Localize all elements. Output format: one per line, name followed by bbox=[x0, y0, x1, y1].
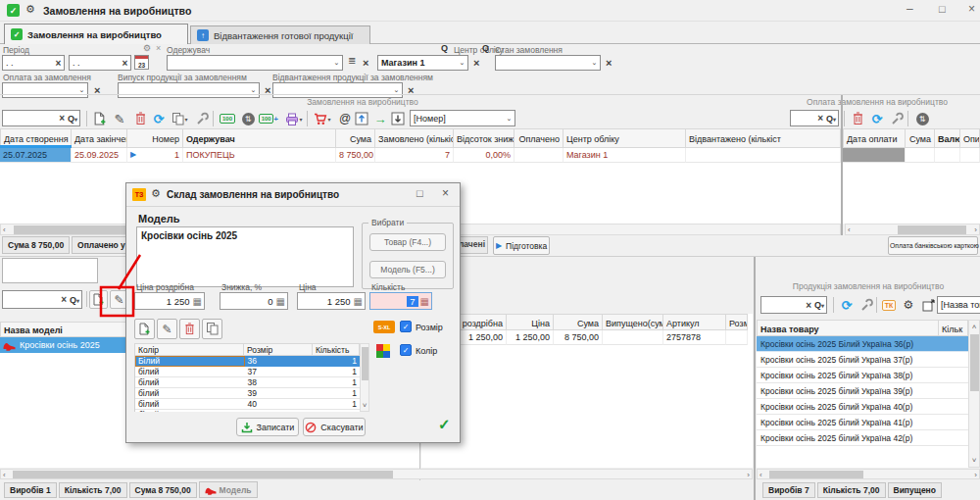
receiver-select[interactable]: ⌄ bbox=[167, 55, 343, 71]
number-filter-select[interactable]: [Номер]⌄ bbox=[410, 110, 515, 126]
table-row[interactable]: білий371 bbox=[135, 367, 360, 377]
calculator-icon[interactable]: ▦ bbox=[354, 296, 365, 307]
table-row[interactable]: білий391 bbox=[135, 388, 360, 399]
orders-print-button[interactable]: ▾ bbox=[282, 110, 306, 127]
orders-row[interactable]: 25.07.2025 25.09.2025 ▶ 1 ПОКУПЕЦЬ 8 750… bbox=[0, 148, 841, 163]
payment-settings-button[interactable] bbox=[888, 110, 906, 127]
calculator-icon[interactable]: ▦ bbox=[418, 296, 431, 307]
center-select[interactable]: Магазин 1⌄ bbox=[377, 55, 468, 71]
retail-price-input[interactable]: 1 250 ▦ bbox=[134, 292, 205, 310]
payment-filter-select[interactable]: ⌄ bbox=[2, 82, 88, 98]
list-item[interactable]: Кросівки осінь 2025 Білий Україна 36(р) bbox=[757, 336, 968, 352]
payment-search-clear-icon[interactable]: × bbox=[817, 113, 823, 124]
products-refresh-button[interactable]: ⟳ bbox=[838, 296, 856, 314]
receiver-list-icon[interactable]: ≣ bbox=[348, 55, 356, 66]
prepare-button[interactable]: ▶ Підготовка bbox=[493, 236, 550, 255]
calendar-button[interactable]: 23 bbox=[134, 55, 149, 70]
payment-search-box[interactable]: × Q▾ bbox=[790, 110, 839, 126]
products-search-box[interactable]: × Q▾ bbox=[760, 296, 827, 314]
card-payment-button[interactable]: Оплата банківською карткою bbox=[888, 236, 978, 255]
select-model-button[interactable]: Модель (F5...) bbox=[369, 261, 446, 278]
products-generate-button[interactable]: ⚙ bbox=[900, 296, 917, 314]
center-clear-icon[interactable]: × bbox=[473, 56, 479, 70]
model-textarea[interactable]: Кросівки осінь 2025 bbox=[136, 226, 354, 287]
maximize-button[interactable]: □ bbox=[939, 3, 946, 15]
orders-search-clear-icon[interactable]: × bbox=[59, 113, 65, 124]
orders-delete-button[interactable] bbox=[131, 110, 149, 127]
variants-vscrollbar[interactable]: ˅ bbox=[360, 343, 369, 412]
list-item[interactable]: Кросівки осінь 2025 білий Україна 38(р) bbox=[757, 368, 968, 383]
models-search-box[interactable]: × Q▾ bbox=[2, 290, 82, 309]
date-from-input[interactable]: . . × bbox=[2, 55, 65, 71]
orders-edit-button[interactable]: ✎ bbox=[111, 110, 128, 127]
orders-import-button[interactable] bbox=[389, 110, 407, 127]
variant-copy-button[interactable] bbox=[202, 319, 222, 339]
orders-search-box[interactable]: × Q▾ bbox=[2, 110, 80, 126]
calculator-icon[interactable]: ▦ bbox=[193, 296, 204, 307]
close-button[interactable]: × bbox=[968, 2, 975, 16]
products-settings-button[interactable] bbox=[858, 296, 875, 314]
color-checkbox[interactable]: ✓ bbox=[400, 344, 412, 356]
receiver-clear-icon[interactable]: × bbox=[363, 56, 368, 70]
table-row[interactable]: Білий361 bbox=[135, 356, 360, 367]
tab-orders[interactable]: ✓ Замовлення на виробництво bbox=[4, 24, 188, 44]
orders-copy-button[interactable]: ▾ bbox=[170, 110, 191, 127]
variant-delete-button[interactable] bbox=[179, 319, 200, 339]
qty-input[interactable]: 7 ▦ bbox=[369, 292, 432, 310]
orders-unpost-button[interactable]: ⇅ bbox=[239, 110, 257, 127]
payment-hscrollbar[interactable]: ‹ › bbox=[845, 224, 980, 235]
period-clear-icon[interactable]: × bbox=[156, 43, 161, 53]
models-search-clear-icon[interactable]: × bbox=[61, 294, 67, 305]
save-button[interactable]: Записати bbox=[236, 418, 299, 436]
payment-delete-button[interactable] bbox=[849, 110, 866, 127]
products-search-icon[interactable]: Q▾ bbox=[814, 300, 824, 310]
payment-search-icon[interactable]: Q▾ bbox=[826, 114, 836, 124]
size-checkbox[interactable]: ✓ bbox=[400, 321, 412, 332]
payment-unpost-button[interactable]: ⇅ bbox=[913, 110, 931, 127]
list-item[interactable]: Кросівки осінь 2025 білий Україна 37(р) bbox=[757, 352, 968, 368]
minimize-button[interactable]: – bbox=[906, 2, 913, 16]
payment-refresh-button[interactable]: ⟳ bbox=[868, 110, 886, 127]
dialog-gear-icon[interactable]: ⚙ bbox=[151, 187, 161, 200]
select-product-button[interactable]: Товар (F4...) bbox=[369, 233, 446, 251]
table-row[interactable]: білий401 bbox=[135, 399, 360, 410]
list-item[interactable]: Кросівки осінь 2025 білий Україна 42(р) bbox=[757, 430, 968, 446]
orders-search-icon[interactable]: Q▾ bbox=[68, 114, 77, 124]
calculator-icon[interactable]: ▦ bbox=[276, 296, 287, 307]
list-item[interactable]: Кросівки осінь 2025 білий Україна 41(р) bbox=[757, 415, 968, 430]
model-toggle-button[interactable]: Модель bbox=[199, 481, 258, 498]
models-search-icon[interactable]: Q▾ bbox=[70, 295, 79, 305]
products-hscrollbar[interactable]: ‹ › bbox=[757, 469, 980, 479]
price-input[interactable]: 1 250 ▦ bbox=[297, 292, 366, 310]
products-box-button[interactable] bbox=[919, 296, 937, 314]
window-gear-icon[interactable]: ⚙ bbox=[25, 3, 35, 16]
orders-refresh-button[interactable]: ⟳ bbox=[150, 110, 168, 127]
orders-export-button[interactable] bbox=[353, 110, 370, 127]
models-filter-box[interactable] bbox=[2, 258, 98, 283]
orders-email-button[interactable]: @ bbox=[336, 110, 354, 127]
items-row[interactable]: 1 250,00 1 250,00 8 750,00 2757878 bbox=[421, 330, 748, 345]
orders-settings-button[interactable] bbox=[193, 110, 211, 127]
orders-post-new-button[interactable]: 100 + bbox=[258, 110, 279, 127]
models-hscrollbar[interactable]: ‹ › bbox=[0, 469, 753, 479]
orders-cart-button[interactable]: ▾ bbox=[311, 110, 334, 127]
list-item[interactable]: Кросівки осінь 2025 білий Україна 39(р) bbox=[757, 383, 968, 399]
products-search-clear-icon[interactable]: × bbox=[806, 300, 811, 311]
tab-shipment[interactable]: ↑ Відвантаження готової продукції bbox=[190, 25, 370, 44]
dialog-close-button[interactable]: × bbox=[442, 186, 449, 200]
shipment-filter-select[interactable]: ⌄ bbox=[272, 82, 403, 98]
date-from-clear-icon[interactable]: × bbox=[53, 58, 64, 69]
center-search-icon[interactable]: Q bbox=[482, 43, 489, 53]
table-row[interactable]: білий411 bbox=[135, 410, 360, 412]
receiver-search-icon[interactable]: Q bbox=[441, 43, 448, 53]
products-name-filter-select[interactable]: [Назва тов bbox=[937, 296, 980, 314]
products-vscrollbar[interactable]: ˄ ˅ bbox=[968, 320, 980, 468]
state-select[interactable]: ⌄ bbox=[495, 55, 601, 71]
dialog-title-bar[interactable]: ТЗ ⚙ Склад замовлення на виробництво □ × bbox=[126, 183, 460, 207]
state-clear-icon[interactable]: × bbox=[606, 56, 612, 70]
list-item[interactable]: Кросівки осінь 2025 білий Україна 40(р) bbox=[757, 399, 968, 415]
table-row[interactable]: білий381 bbox=[135, 377, 360, 388]
dialog-maximize-button[interactable]: □ bbox=[416, 187, 423, 199]
variant-add-button[interactable] bbox=[134, 319, 155, 339]
orders-add-button[interactable] bbox=[91, 110, 109, 127]
